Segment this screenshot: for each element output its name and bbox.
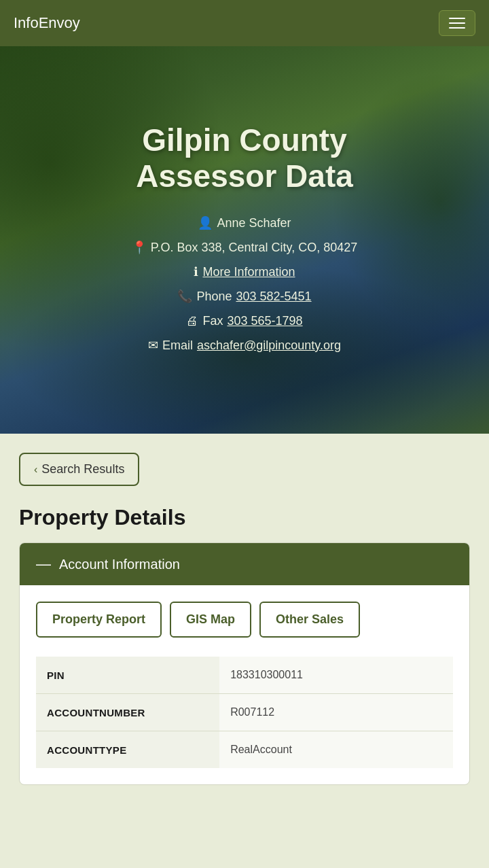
person-line: 👤 Anne Schafer xyxy=(132,211,358,235)
accountnumber-value: R007112 xyxy=(219,694,453,731)
fax-line: 🖨 Fax 303 565-1798 xyxy=(132,309,358,333)
table-row: ACCOUNTNUMBER R007112 xyxy=(36,694,453,731)
pin-label: PIN xyxy=(36,657,219,694)
address-line: 📍 P.O. Box 338, Central City, CO, 80427 xyxy=(132,235,358,260)
hero-section: Gilpin County Assessor Data 👤 Anne Schaf… xyxy=(0,46,489,434)
card-header-title: Account Information xyxy=(59,557,180,572)
location-icon: 📍 xyxy=(132,235,147,260)
phone-label: Phone xyxy=(196,284,232,309)
search-results-label: Search Results xyxy=(41,462,124,476)
person-name: Anne Schafer xyxy=(217,211,291,235)
other-sales-button[interactable]: Other Sales xyxy=(259,602,360,638)
navbar: InfoEnvoy xyxy=(0,0,489,46)
table-row: ACCOUNTTYPE RealAccount xyxy=(36,731,453,769)
property-report-button[interactable]: Property Report xyxy=(36,602,162,638)
card-header: — Account Information xyxy=(20,543,469,585)
phone-line: 📞 Phone 303 582-5451 xyxy=(132,284,358,309)
email-icon: ✉ xyxy=(148,333,158,358)
toggler-bar xyxy=(449,27,465,29)
more-info-link[interactable]: More Information xyxy=(202,260,295,284)
hero-info: 👤 Anne Schafer 📍 P.O. Box 338, Central C… xyxy=(132,211,358,358)
action-buttons-group: Property Report GIS Map Other Sales xyxy=(36,602,453,638)
email-link[interactable]: aschafer@gilpincounty.org xyxy=(197,333,341,358)
toggler-bar xyxy=(449,22,465,24)
pin-value: 183310300011 xyxy=(219,657,453,694)
property-card: — Account Information Property Report GI… xyxy=(19,542,470,785)
table-row: PIN 183310300011 xyxy=(36,657,453,694)
fax-link[interactable]: 303 565-1798 xyxy=(227,309,302,333)
property-details-heading: Property Details xyxy=(19,505,470,530)
email-line: ✉ Email aschafer@gilpincounty.org xyxy=(132,333,358,358)
accountnumber-label: ACCOUNTNUMBER xyxy=(36,694,219,731)
chevron-left-icon: ‹ xyxy=(34,464,37,476)
accounttype-label: ACCOUNTTYPE xyxy=(36,731,219,769)
navbar-brand: InfoEnvoy xyxy=(14,14,80,32)
gis-map-button[interactable]: GIS Map xyxy=(170,602,251,638)
header-dash: — xyxy=(36,555,51,573)
main-content: ‹ Search Results Property Details — Acco… xyxy=(0,434,489,812)
phone-link[interactable]: 303 582-5451 xyxy=(236,284,311,309)
card-body: Property Report GIS Map Other Sales PIN … xyxy=(20,585,469,784)
person-icon: 👤 xyxy=(198,211,213,235)
more-info-line: ℹ More Information xyxy=(132,260,358,284)
fax-label: Fax xyxy=(202,309,223,333)
navbar-toggler-button[interactable] xyxy=(439,10,475,36)
account-data-table: PIN 183310300011 ACCOUNTNUMBER R007112 A… xyxy=(36,657,453,768)
info-icon: ℹ xyxy=(194,260,198,284)
accounttype-value: RealAccount xyxy=(219,731,453,769)
fax-icon: 🖨 xyxy=(186,309,198,333)
address-text: P.O. Box 338, Central City, CO, 80427 xyxy=(151,235,358,260)
hero-title: Gilpin County Assessor Data xyxy=(132,122,358,194)
email-label: Email xyxy=(162,333,193,358)
toggler-bar xyxy=(449,18,465,19)
hero-content: Gilpin County Assessor Data 👤 Anne Schaf… xyxy=(118,109,372,371)
search-results-button[interactable]: ‹ Search Results xyxy=(19,453,139,486)
phone-icon: 📞 xyxy=(177,284,192,309)
